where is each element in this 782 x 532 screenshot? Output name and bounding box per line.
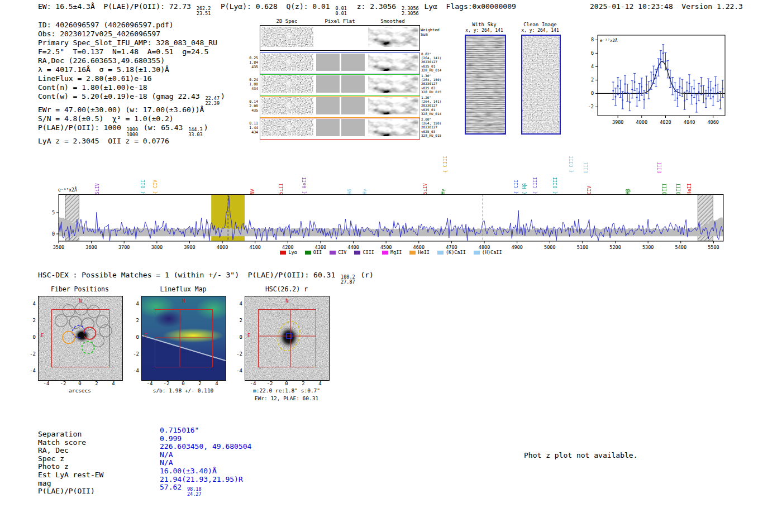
match-table-value: 57.62 98.1824.27	[160, 483, 203, 496]
elixer-detection-report: EW: 16.5±4.3Å P(LAE)/P(OII): 72.73 262.2…	[0, 0, 782, 532]
col-header-pixelflat: Pixel Flat	[316, 18, 364, 24]
svg-text:6: 6	[591, 50, 594, 56]
2d-spec-row	[260, 74, 420, 96]
legend-item-lyα: Lyα	[280, 250, 297, 255]
fiber-positions-title: Fiber Positions	[38, 285, 122, 293]
info-line: S/N = 4.8(±0.5) χ² = 1.0(±0.2)	[38, 114, 225, 123]
y-tick-label: 4	[25, 301, 36, 306]
emission-line-labels: SiIV{ OII{ CIVNVSiII{ HeIIHδHγSiIVHγ{ CI…	[47, 150, 746, 194]
match-table-label: Spec z	[38, 455, 160, 463]
legend-swatch	[305, 251, 311, 255]
legend-item-civ: CIV	[330, 250, 346, 255]
match-table-row: Spec zN/A	[38, 455, 351, 463]
photz-note: Phot z plot not available.	[524, 451, 638, 460]
info-line: Cont(n) = 1.80(±1.00)e-18	[38, 83, 225, 92]
y-tick-label: 4	[128, 301, 139, 306]
2d-row-scale-labels: 0.142.08435	[239, 99, 258, 113]
match-table-row: RA, Dec226.603450, 49.680504	[38, 447, 351, 455]
match-table-value: 21.94(21.93,21.95)R	[160, 476, 243, 484]
y-tick-label: 2	[128, 318, 139, 323]
y-tick-label: -4	[25, 368, 36, 373]
svg-text:4: 4	[591, 64, 594, 69]
legend-label: (H)CaII	[482, 250, 502, 255]
y-tick-label: 2	[25, 318, 36, 323]
line-label-oii: { OII	[141, 180, 146, 194]
svg-text:-2: -2	[588, 104, 594, 109]
line-fit-plot: 39804000402040404060-202468e⁻¹⁷x2Å	[581, 31, 731, 134]
smoothed-image	[368, 75, 418, 93]
y-tick-label: -4	[128, 368, 139, 373]
x-tick-label: -4	[144, 381, 155, 386]
col-header-2dspec: 2D Spec	[261, 18, 313, 24]
compass-north-label: N	[245, 298, 329, 304]
svg-text:4020: 4020	[660, 119, 671, 125]
pixel-flat-image	[316, 54, 365, 71]
stacked-uncertainty: 98.1824.27	[187, 487, 202, 496]
legend-item-oii: OII	[305, 250, 322, 255]
info-line: Primary Spec_Slot_IFU_AMP: 328_083_048_R…	[38, 39, 225, 47]
line-label-siiv: SiIV	[95, 183, 100, 194]
y-tick-label: 4	[231, 301, 242, 306]
x-tick-label: -2	[58, 381, 69, 386]
2d-row-info: 1.26"(264, 141)20230127v025_01328_RU_014	[421, 95, 448, 116]
2d-row-info: 1.30"(264, 150)20230127v025_03328_RU_015	[421, 74, 448, 94]
line-label-oiii: OIII	[662, 183, 667, 194]
clean-image-coords: x, y: 264, 141	[515, 28, 565, 33]
x-tick-label: -2	[264, 381, 275, 386]
y-tick-label: 2	[231, 318, 242, 323]
line-label-hβ: Hβ	[626, 189, 631, 194]
line-label-ciii: { CIII	[533, 177, 538, 194]
smoothed-image	[368, 119, 418, 136]
emission-spot	[284, 80, 293, 87]
line-label-heii: HeII	[687, 183, 692, 194]
x-tick-label: 2	[298, 381, 309, 386]
stacked-uncertainty: 0.010.01	[336, 6, 347, 16]
match-table-value: N/A	[160, 451, 173, 459]
spectrum-ylabel: e⁻¹⁷x2Å	[58, 188, 77, 193]
legend-swatch	[280, 251, 286, 255]
y-tick-label: -2	[128, 351, 139, 357]
match-table-label: mag	[38, 480, 160, 488]
lineflux-map-plot: N E	[141, 296, 226, 381]
x-tick-label: 4	[108, 381, 119, 386]
x-tick-label: 0	[281, 381, 292, 386]
y-tick-label: -2	[231, 351, 242, 357]
emission-spot	[284, 32, 293, 39]
line-label-hδ: Hδ	[347, 189, 352, 194]
line-label-oiii: OIII	[676, 183, 681, 194]
legend-label: OII	[313, 250, 322, 255]
match-table-value: 0.999	[160, 435, 182, 443]
info-line: Obs: 20230127v025_4026096597	[38, 30, 225, 39]
pixel-flat-image	[316, 75, 365, 93]
match-table-label: Match score	[38, 439, 160, 447]
legend-item-hcaii: (H)CaII	[474, 250, 502, 255]
col-header-smoothed: Smoothed	[368, 18, 418, 24]
info-line: RA,Dec (226.603653,49.680355)	[38, 56, 225, 65]
info-line: ID: 4026096597 (4026096597.pdf)	[38, 21, 225, 30]
match-table-value: 16.00(±3.40)Å	[160, 467, 217, 476]
spectrum-legend: LyαOIICIVCIIIMgIIHeII(K)CaII(H)CaII	[59, 250, 723, 255]
y-tick-label: 0	[128, 334, 139, 340]
hsc-match-header: HSC-DEX : Possible Matches = 1 (within +…	[38, 271, 374, 284]
legend-swatch	[330, 251, 336, 255]
with-sky-image	[465, 35, 506, 135]
svg-text:e⁻¹⁷x2Å: e⁻¹⁷x2Å	[600, 38, 618, 43]
2d-row-info: 2.00"(264, 150)20230127v025_03328_RU_015	[421, 117, 448, 137]
legend-swatch	[382, 251, 388, 255]
match-table-row: Separation0.715016"	[38, 430, 351, 439]
smoothed-image	[368, 54, 418, 71]
svg-text:0: 0	[52, 231, 55, 237]
summary-header: EW: 16.5±4.3Å P(LAE)/P(OII): 72.73 262.2…	[38, 2, 516, 16]
pixel-flat-image	[316, 119, 365, 136]
emission-spot	[284, 58, 293, 65]
stacked-uncertainty: 262.223.51	[197, 6, 211, 16]
match-table-value: 226.603450, 49.680504	[160, 443, 251, 451]
info-line: LineFlux = 2.80(±0.61)e-16	[38, 74, 225, 83]
line-label-hγ: Hγ	[363, 189, 368, 194]
svg-text:2: 2	[591, 77, 594, 83]
line-label-siii: SiII	[279, 183, 284, 194]
smoothed-image	[368, 27, 418, 47]
2d-spec-row	[260, 52, 420, 74]
hsc-cutout-plot: N E	[245, 296, 330, 381]
weighted-sum-label: Weighted Sum	[421, 28, 446, 37]
